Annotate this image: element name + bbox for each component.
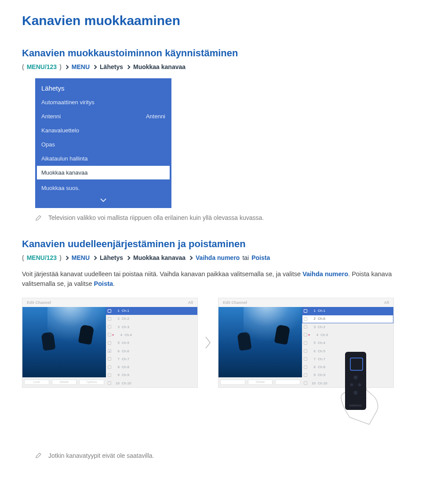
channel-row[interactable]: 9Ch.9 — [302, 371, 393, 379]
note-1: Television valikko voi mallista riippuen… — [35, 214, 400, 223]
channel-number: 10 — [309, 381, 316, 385]
favorite-icon: ♥ — [308, 333, 310, 336]
channel-row[interactable]: ✓6Ch.6 — [106, 347, 197, 355]
channel-number: 5 — [113, 341, 120, 345]
checkbox-icon[interactable] — [304, 381, 307, 385]
panel-label: Antenni — [41, 113, 61, 120]
channel-row[interactable]: 10Ch.10 — [302, 380, 393, 387]
panel-item-antenna[interactable]: Antenni Antenni — [35, 109, 171, 123]
checkbox-icon[interactable] — [304, 309, 307, 313]
checkbox-icon[interactable] — [304, 325, 307, 329]
preview-image — [22, 307, 106, 377]
chevron-right-icon — [64, 65, 69, 69]
panel-scroll-down[interactable] — [35, 194, 171, 208]
favorite-icon: ♥ — [112, 333, 114, 336]
checkbox-icon[interactable] — [108, 317, 111, 321]
screenshots-row: Edit Channel All Lock Delete Options 1Ch… — [22, 298, 400, 388]
checkbox-icon[interactable] — [304, 373, 307, 377]
panel-item-edit-fav[interactable]: Muokkaa suos. — [35, 180, 171, 194]
checkbox-icon[interactable] — [108, 373, 111, 377]
channel-name: Ch.6 — [122, 349, 129, 353]
panel-label: Automaattinen viritys — [41, 99, 95, 106]
channel-row[interactable]: 5Ch.5 — [106, 339, 197, 347]
checkbox-icon[interactable]: ✓ — [108, 349, 111, 353]
bc-p2: Muokkaa kanavaa — [133, 63, 186, 70]
checkbox-icon[interactable] — [304, 333, 307, 336]
bc-p1: Lähetys — [100, 63, 123, 70]
checkbox-icon[interactable] — [108, 333, 111, 336]
bc-close: ) — [59, 63, 62, 70]
checkbox-icon[interactable] — [108, 381, 111, 385]
channel-row[interactable]: 1Ch.1 — [302, 307, 393, 315]
options-button[interactable]: Options — [79, 380, 104, 385]
checkbox-icon[interactable] — [304, 349, 307, 353]
section2-body: Voit järjestää kanavat uudelleen tai poi… — [22, 269, 400, 289]
panel-item-channellist[interactable]: Kanavaluettelo — [35, 123, 171, 137]
checkbox-icon[interactable] — [304, 365, 307, 369]
channel-number: 7 — [309, 357, 316, 361]
channel-row[interactable]: 8Ch.8 — [106, 363, 197, 371]
bc-open: ( — [22, 254, 24, 261]
channel-name: Ch.3 — [320, 333, 328, 337]
channel-name: Ch.9 — [122, 373, 129, 377]
transition-chevron — [204, 334, 212, 351]
checkbox-icon[interactable] — [304, 341, 307, 345]
delete-button[interactable]: Delete — [248, 380, 273, 385]
body-t1: Voit järjestää kanavat uudelleen tai poi… — [22, 270, 302, 278]
channel-row[interactable]: 7Ch.7 — [302, 355, 393, 363]
panel-title: Lähetys — [35, 78, 171, 95]
panel-item-edit-channel[interactable]: Muokkaa kanavaa — [37, 166, 170, 179]
channel-row[interactable]: 3Ch.3 — [106, 323, 197, 331]
channel-row[interactable]: 1Ch.1 — [106, 307, 197, 315]
section2-heading: Kanavien uudelleenjärjestäminen ja poist… — [22, 238, 400, 250]
channel-number: 3 — [113, 325, 120, 329]
checkbox-icon[interactable] — [108, 365, 111, 369]
panel-item-auto[interactable]: Automaattinen viritys — [35, 95, 171, 109]
checkbox-icon[interactable] — [304, 357, 307, 361]
channel-name: Ch.6 — [318, 317, 325, 321]
screen-title: Edit Channel — [27, 300, 51, 305]
panel-label: Muokkaa suos. — [41, 185, 80, 191]
bc-close: ) — [59, 254, 62, 261]
chevron-right-icon — [189, 256, 193, 260]
channel-number: 1 — [113, 309, 120, 313]
channel-name: Ch.3 — [122, 325, 129, 329]
preview-pane: Lock Delete Options — [22, 307, 106, 387]
channel-row[interactable]: 10Ch.10 — [106, 380, 197, 387]
channel-row[interactable]: 7Ch.7 — [106, 355, 197, 363]
channel-number: 5 — [309, 341, 316, 345]
note-text: Television valikko voi mallista riippuen… — [48, 214, 264, 221]
channel-row[interactable]: 6Ch.5 — [302, 347, 393, 355]
channel-name: Ch.10 — [122, 381, 131, 385]
screen-header: Edit Channel All — [22, 298, 197, 307]
channel-row[interactable]: ♥4Ch.3 — [302, 331, 393, 339]
channel-name: Ch.1 — [122, 309, 129, 313]
checkbox-icon[interactable] — [108, 309, 111, 313]
checkbox-icon[interactable] — [108, 325, 111, 329]
channel-row[interactable]: 3Ch.2 — [302, 323, 393, 331]
channel-name: Ch.8 — [318, 365, 325, 369]
channel-row[interactable]: 5Ch.4 — [302, 339, 393, 347]
lock-button[interactable]: Lock — [24, 380, 49, 385]
channel-row[interactable]: 2Ch.2 — [106, 315, 197, 323]
checkbox-icon[interactable] — [108, 357, 111, 361]
channel-row[interactable]: ♥4Ch.4 — [106, 331, 197, 339]
screenshot-after: Edit Channel All Delete 1Ch.12Ch.63Ch.2♥… — [218, 298, 394, 388]
screen-header: Edit Channel All — [218, 298, 393, 307]
channel-list: 1Ch.12Ch.23Ch.3♥4Ch.45Ch.5✓6Ch.67Ch.78Ch… — [106, 307, 197, 387]
checkbox-icon[interactable] — [304, 317, 307, 321]
chevron-down-icon — [100, 198, 106, 202]
channel-row[interactable]: 9Ch.9 — [106, 371, 197, 379]
checkbox-icon[interactable] — [108, 341, 111, 345]
panel-item-schedule[interactable]: Aikataulun hallinta — [35, 151, 171, 165]
channel-row[interactable]: 8Ch.8 — [302, 363, 393, 371]
channel-row[interactable]: 2Ch.6 — [302, 315, 393, 323]
channel-number: 7 — [113, 357, 120, 361]
panel-label: Aikataulun hallinta — [41, 155, 88, 162]
delete-button[interactable]: Delete — [52, 380, 77, 385]
preview-image — [218, 307, 302, 377]
panel-item-guide[interactable]: Opas — [35, 137, 171, 151]
panel-label: Muokkaa kanavaa — [41, 169, 88, 176]
screenshot-before: Edit Channel All Lock Delete Options 1Ch… — [22, 298, 198, 388]
chevron-right-large-icon — [205, 336, 211, 349]
